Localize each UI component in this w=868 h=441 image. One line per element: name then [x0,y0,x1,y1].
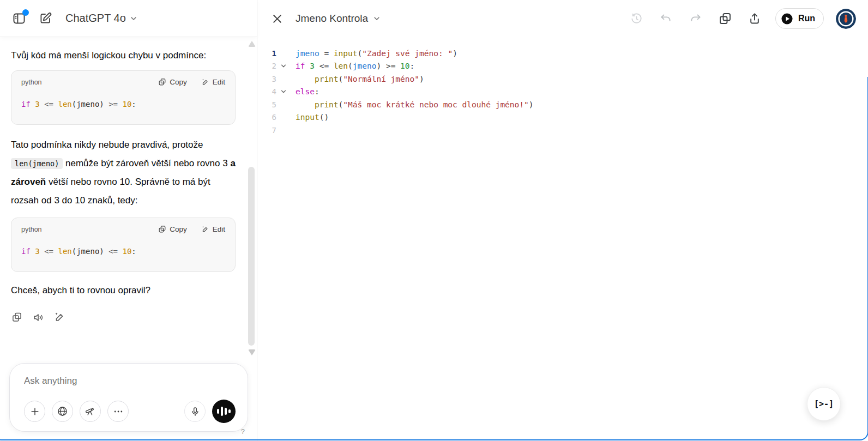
message-composer [9,363,248,432]
chevron-down-icon [130,15,137,22]
edit-code-button[interactable]: Edit [201,78,225,86]
deep-research-button[interactable] [80,401,101,422]
canvas-header: Jmeno Kontrola [257,0,868,37]
code-line[interactable]: 4else: [257,86,868,99]
edit-sparkle-icon [201,78,209,86]
paragraph-text: nemůže být zároveň větší nebo rovno 3 [63,158,230,168]
edit-in-canvas-button[interactable] [53,311,65,323]
telescope-icon [85,406,96,417]
code-block-header: python Copy Edit [11,218,235,233]
code-line[interactable]: 3 print("Normální jméno") [257,73,868,86]
waveform-icon [217,409,219,414]
run-button[interactable]: Run [775,8,824,29]
chat-panel: ChatGPT 4o Tvůj kód má menší logickou ch… [0,0,257,441]
code-text: else: [296,87,320,96]
undo-button[interactable] [660,12,673,25]
inline-code: len(jmeno) [11,158,63,169]
app-window: ChatGPT 4o Tvůj kód má menší logickou ch… [0,0,868,441]
copy-icon [719,12,732,25]
code-block-2: python Copy Edit if 3 <= len(jmeno) <= 1… [11,218,236,272]
plus-icon [29,406,40,417]
line-number: 5 [257,100,276,109]
copy-code-button[interactable]: Copy [158,78,187,86]
avatar-tie-icon [836,9,856,29]
canvas-title-menu[interactable]: Jmeno Kontrola [296,13,381,25]
voice-mode-button[interactable] [212,400,236,423]
code-line[interactable]: 2if 3 <= len(jmeno) >= 10: [257,60,868,73]
paragraph-text: Tato podmínka nikdy nebude pravdivá, pro… [11,140,203,150]
redo-button[interactable] [689,12,702,25]
copy-canvas-button[interactable] [719,12,732,25]
new-chat-button[interactable] [36,9,55,28]
scrollbar-down-arrow[interactable] [248,349,256,355]
code-language-label: python [21,78,158,86]
chat-input[interactable] [24,376,236,386]
undo-icon [660,13,672,25]
code-line[interactable]: 6input() [257,111,868,124]
canvas-panel: Jmeno Kontrola [257,0,868,441]
fold-chevron-icon[interactable] [276,63,291,69]
globe-icon [57,406,68,417]
line-number: 4 [257,87,276,96]
speaker-icon [33,312,44,323]
copy-icon [158,78,166,86]
search-web-button[interactable] [52,401,73,422]
code-line[interactable]: 1jmeno = input("Zadej své jméno: ") [257,47,868,60]
scrollbar-up-arrow[interactable] [248,41,256,47]
line-number: 2 [257,62,276,70]
edit-code-button[interactable]: Edit [201,225,225,233]
chat-header: ChatGPT 4o [0,0,257,37]
assistant-message-intro: Tvůj kód má menší logickou chybu v podmí… [11,49,225,62]
chevron-down-icon [373,15,381,22]
edit-label: Edit [213,225,225,233]
code-line[interactable]: 7 [257,124,868,137]
redo-icon [689,13,702,25]
read-aloud-button[interactable] [32,311,44,323]
copy-icon [11,312,22,323]
scrollbar-thumb[interactable] [248,167,255,346]
help-button[interactable]: ? [241,427,245,436]
copy-code-button[interactable]: Copy [158,225,187,233]
code-snippet: if 3 <= len(jmeno) <= 10: [11,233,235,271]
attach-button[interactable] [24,401,45,422]
copy-icon [158,225,166,233]
ellipsis-icon [113,406,124,417]
microphone-icon [190,406,201,417]
copy-label: Copy [170,225,187,233]
more-options-button[interactable] [107,401,129,422]
model-selector[interactable]: ChatGPT 4o [65,12,137,25]
code-snippet: if 3 <= len(jmeno) >= 10: [11,86,235,124]
play-icon [781,13,793,25]
code-text: print("Normální jméno") [296,75,424,83]
line-number: 1 [257,49,276,58]
user-avatar[interactable] [836,9,856,29]
code-editor[interactable]: 1jmeno = input("Zadej své jméno: ")2if 3… [257,37,868,137]
assistant-message-paragraph: Tato podmínka nikdy nebude pravdivá, pro… [11,136,236,209]
canvas-title: Jmeno Kontrola [296,13,368,25]
console-toggle-button[interactable]: [>-] [807,387,841,421]
assistant-message-outro: Chceš, abych ti to rovnou opravil? [11,284,225,297]
code-text: input() [296,113,329,122]
sidebar-toggle-button[interactable] [10,9,28,28]
fold-chevron-icon[interactable] [276,88,291,95]
history-icon [630,13,643,25]
line-number: 6 [257,113,276,122]
share-upload-icon [748,12,761,25]
share-button[interactable] [748,12,761,25]
composer-toolbar [24,400,236,423]
version-history-button[interactable] [630,12,643,25]
line-number: 3 [257,75,276,83]
code-block-header: python Copy Edit [11,71,235,86]
code-text: print("Máš moc krátké nebo moc dlouhé jm… [296,100,534,109]
dictate-button[interactable] [184,401,206,422]
edit-label: Edit [213,78,225,86]
canvas-actions: Run [630,8,856,29]
copy-message-button[interactable] [11,311,23,323]
message-actions [11,311,225,323]
close-canvas-button[interactable] [270,12,284,25]
compose-icon [39,11,52,25]
model-label: ChatGPT 4o [65,12,126,25]
edit-sparkle-icon [201,225,209,233]
code-line[interactable]: 5 print("Máš moc krátké nebo moc dlouhé … [257,98,868,111]
code-text: if 3 <= len(jmeno) >= 10: [296,62,414,70]
